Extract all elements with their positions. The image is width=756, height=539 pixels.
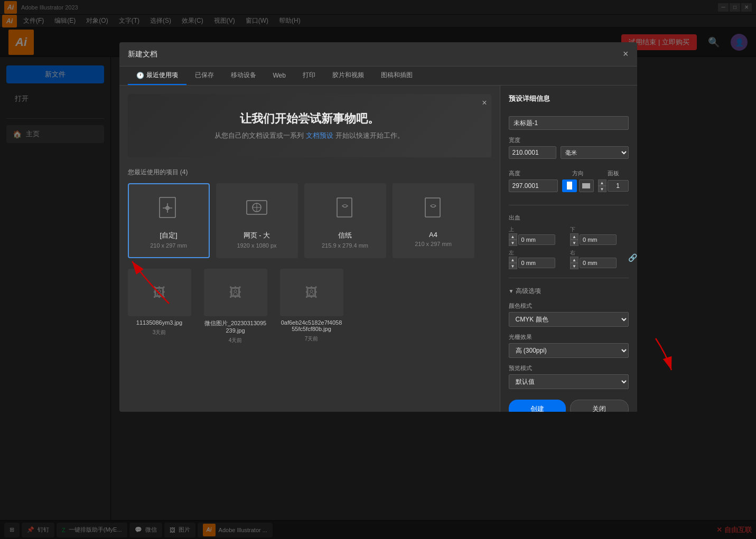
modal-tabs: 🕐 最近使用项 已保存 移动设备 Web 打印 胶片和视频 图稿和插图 xyxy=(119,67,637,86)
bleed-bottom-down[interactable]: ▼ xyxy=(570,240,578,246)
bleed-left-up[interactable]: ▲ xyxy=(509,257,517,263)
banner-close-button[interactable]: × xyxy=(482,98,487,108)
preset-icon-custom xyxy=(153,193,184,224)
recent-section-label: 您最近使用的项目 (4) xyxy=(128,168,491,177)
bleed-top-input[interactable] xyxy=(518,234,555,245)
pages-up-button[interactable]: ▲ xyxy=(598,179,606,186)
recent-file-date-3: 7天前 xyxy=(305,335,319,343)
pages-input[interactable] xyxy=(608,180,629,192)
preview-select[interactable]: 默认值 xyxy=(509,374,629,389)
tab-web[interactable]: Web xyxy=(265,68,294,84)
advanced-label: 高级选项 xyxy=(516,287,541,296)
recent-file-1[interactable]: 🖼 11135086ym3.jpg 3天前 xyxy=(128,269,191,344)
preset-name-letter: 信纸 xyxy=(314,231,377,240)
modal-title: 新建文档 xyxy=(128,50,157,59)
portrait-button[interactable] xyxy=(562,179,577,192)
width-input[interactable] xyxy=(509,146,556,159)
bleed-right-up[interactable]: ▲ xyxy=(570,257,578,263)
tab-art[interactable]: 图稿和插图 xyxy=(372,67,421,85)
recent-file-date-1: 3天前 xyxy=(153,329,166,336)
preset-card-web[interactable]: 网页 - 大 1920 x 1080 px xyxy=(216,183,298,258)
pages-spinner: ▲ ▼ xyxy=(598,179,606,192)
tab-mobile[interactable]: 移动设备 xyxy=(222,67,265,85)
height-input[interactable] xyxy=(509,179,558,192)
banner-subtitle-text1: 从您自己的文档设置或一系列 xyxy=(214,131,304,139)
tab-web-label: Web xyxy=(273,72,286,79)
recent-file-2[interactable]: 🖼 微信图片_20230313095239.jpg 4天前 xyxy=(204,269,267,344)
preset-card-a4[interactable]: A4 210 x 297 mm xyxy=(393,183,474,258)
bleed-left-down[interactable]: ▼ xyxy=(509,263,517,269)
preset-card-letter[interactable]: 信纸 215.9 x 279.4 mm xyxy=(304,183,386,258)
modal-overlay: 新建文档 × 🕐 最近使用项 已保存 移动设备 Web 打印 胶片和视频 xyxy=(0,0,756,539)
raster-select[interactable]: 高 (300ppi) xyxy=(509,343,629,358)
panel-actions: 创建 关闭 xyxy=(509,395,629,412)
create-button[interactable]: 创建 xyxy=(509,400,566,412)
doc-name-input[interactable] xyxy=(509,116,629,130)
panel-title: 预设详细信息 xyxy=(509,94,629,103)
tab-mobile-label: 移动设备 xyxy=(231,71,256,80)
bleed-left-label: 左 xyxy=(509,249,567,257)
preset-name-custom: [自定] xyxy=(137,231,200,240)
recent-file-thumb-2: 🖼 xyxy=(204,269,267,316)
modal-close-button[interactable]: × xyxy=(623,49,629,60)
preset-name-a4: A4 xyxy=(402,231,465,239)
bleed-bottom-up[interactable]: ▲ xyxy=(570,233,578,240)
bleed-link-icon[interactable]: 🔗 xyxy=(628,253,637,262)
tab-recent-label: 最近使用项 xyxy=(146,71,178,80)
orientation-section: 方向 xyxy=(562,169,594,192)
new-document-modal: 新建文档 × 🕐 最近使用项 已保存 移动设备 Web 打印 胶片和视频 xyxy=(119,42,637,412)
presets-grid: [自定] 210 x 297 mm xyxy=(128,183,491,258)
orientation-label: 方向 xyxy=(572,169,584,177)
advanced-toggle[interactable]: ▼ 高级选项 xyxy=(509,287,629,296)
height-section: 高度 xyxy=(509,169,558,192)
width-unit-select[interactable]: 毫米 xyxy=(561,146,629,159)
preset-size-letter: 215.9 x 279.4 mm xyxy=(314,242,377,249)
recent-files-grid: 🖼 11135086ym3.jpg 3天前 🖼 微信图片_20230313095… xyxy=(128,269,491,344)
pages-label: 面板 xyxy=(608,169,619,177)
bleed-right-down[interactable]: ▼ xyxy=(570,263,578,269)
svg-rect-11 xyxy=(582,183,590,188)
bleed-top-down[interactable]: ▼ xyxy=(509,240,517,246)
bleed-left-input[interactable] xyxy=(518,258,555,268)
tab-print[interactable]: 打印 xyxy=(294,67,324,85)
preview-label: 预览模式 xyxy=(509,364,629,372)
recent-file-thumb-3: 🖼 xyxy=(280,269,343,316)
banner-link[interactable]: 文档预设 xyxy=(306,131,333,139)
preset-icon-web xyxy=(241,193,273,224)
panel-close-button[interactable]: 关闭 xyxy=(570,400,629,412)
banner-subtitle: 从您自己的文档设置或一系列 文档预设 开始以快速开始工作。 xyxy=(145,131,474,140)
width-section: 宽度 毫米 xyxy=(509,136,629,163)
bleed-section: 出血 上 ▲▼ 下 ▲▼ xyxy=(509,214,629,269)
bleed-bottom-input[interactable] xyxy=(580,234,617,245)
preset-size-a4: 210 x 297 mm xyxy=(402,241,465,247)
modal-header: 新建文档 × xyxy=(119,42,637,67)
landscape-button[interactable] xyxy=(579,179,594,192)
recent-file-3[interactable]: 🖼 0af6eb24c5182e7f405855fc5fcf80b.jpg 7天… xyxy=(280,269,343,344)
tab-art-label: 图稿和插图 xyxy=(381,71,413,80)
bleed-right-input[interactable] xyxy=(580,258,617,268)
preset-size-web: 1920 x 1080 px xyxy=(226,242,288,249)
bleed-right-label: 右 xyxy=(570,249,629,257)
tab-saved-label: 已保存 xyxy=(195,71,214,80)
color-mode-select[interactable]: CMYK 颜色 xyxy=(509,312,629,327)
tab-film[interactable]: 胶片和视频 xyxy=(324,67,372,85)
recent-file-name-1: 11135086ym3.jpg xyxy=(136,319,182,326)
modal-right-panel: 预设详细信息 宽度 毫米 高度 xyxy=(500,86,637,412)
bleed-grid: 上 ▲▼ 下 ▲▼ xyxy=(509,226,629,269)
preset-card-custom[interactable]: [自定] 210 x 297 mm xyxy=(128,183,210,258)
tab-print-label: 打印 xyxy=(303,71,315,80)
bleed-right-section: 右 ▲▼ 🔗 xyxy=(570,249,629,269)
recent-file-name-2: 微信图片_20230313095239.jpg xyxy=(204,319,267,334)
pages-down-button[interactable]: ▼ xyxy=(598,186,606,192)
tab-recent-icon: 🕐 xyxy=(136,72,144,79)
recent-files-section: 🖼 11135086ym3.jpg 3天前 🖼 微信图片_20230313095… xyxy=(128,269,491,344)
panel-divider-2 xyxy=(509,278,629,278)
bleed-top-section: 上 ▲▼ xyxy=(509,226,567,246)
tab-recent[interactable]: 🕐 最近使用项 xyxy=(128,67,186,85)
width-label: 宽度 xyxy=(509,136,629,144)
recent-file-thumb-1: 🖼 xyxy=(128,269,191,316)
tab-film-label: 胶片和视频 xyxy=(332,71,364,80)
tab-saved[interactable]: 已保存 xyxy=(186,67,222,85)
bleed-top-up[interactable]: ▲ xyxy=(509,233,517,240)
modal-body: × 让我们开始尝试新事物吧。 从您自己的文档设置或一系列 文档预设 开始以快速开… xyxy=(119,86,637,412)
